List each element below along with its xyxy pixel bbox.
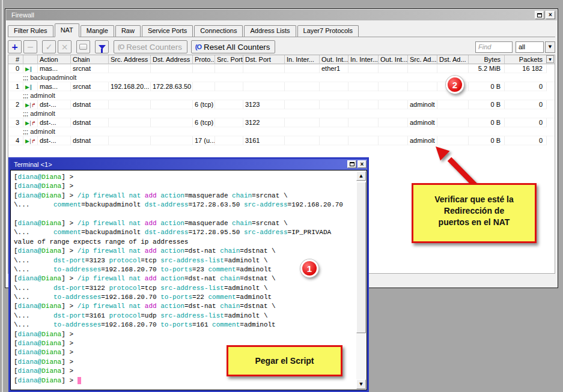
terminal-line: [diana@Diana] > /ip firewall nat add act…	[14, 302, 353, 311]
find-input[interactable]	[475, 41, 513, 53]
cell: 0	[505, 136, 547, 145]
cell: 0	[505, 118, 547, 127]
enable-button[interactable]: ✓	[42, 40, 56, 53]
tab-layer7-protocols[interactable]: Layer7 Protocols	[297, 25, 359, 37]
terminal-scrollbar[interactable]: ▲ ▼	[356, 171, 366, 389]
tab-connections[interactable]: Connections	[194, 25, 243, 37]
cell	[379, 82, 408, 91]
column-header-action[interactable]: Action	[38, 55, 71, 64]
filter-funnel-icon	[99, 45, 106, 49]
cell: dstnat	[71, 136, 109, 145]
terminal-maximize-button[interactable]	[347, 160, 356, 168]
column-header-bytes[interactable]: Bytes	[469, 55, 505, 64]
column-header-src-ad-[interactable]: Src. Ad...	[408, 55, 437, 64]
column-header-icon[interactable]	[23, 55, 38, 64]
close-icon: ×	[549, 10, 552, 20]
cell	[109, 118, 151, 127]
column-header-src-address[interactable]: Src. Address	[109, 55, 151, 64]
scroll-down-icon: ▼	[359, 382, 362, 387]
maximize-button[interactable]	[535, 11, 544, 19]
cell	[320, 118, 348, 127]
column-header-packets[interactable]: Packets	[505, 55, 547, 64]
cell	[151, 118, 193, 127]
column-header-chain[interactable]: Chain	[71, 55, 109, 64]
comment-button[interactable]	[76, 40, 90, 53]
scroll-down-button[interactable]: ▼	[356, 379, 366, 389]
cell: 2	[8, 100, 23, 109]
filter-button[interactable]	[95, 40, 109, 53]
cell: dst-...	[38, 100, 71, 109]
comment-row[interactable]: ;;; adminolt	[8, 127, 555, 136]
firewall-toolbar: +−✓× (O Reset Counters (O Reset All Coun…	[8, 39, 555, 55]
cell: 3122	[243, 118, 285, 127]
tab-raw[interactable]: Raw	[115, 25, 141, 37]
cell	[151, 100, 193, 109]
enable-icon: ✓	[46, 43, 53, 51]
terminal-line: \... dst-port=3161 protocol=udp src-addr…	[14, 312, 353, 321]
reset-counters-button[interactable]: (O Reset Counters	[114, 40, 187, 53]
remove-button[interactable]: −	[23, 40, 37, 53]
scrollbar-thumb[interactable]	[356, 182, 366, 333]
column-header-dst-address[interactable]: Dst. Address	[151, 55, 193, 64]
table-body: 0▶‖mas...srcnatether15.2 MiB16 182;;; ba…	[8, 64, 555, 145]
cell: mas...	[38, 64, 71, 73]
column-header-dst-port[interactable]: Dst. Port	[243, 55, 285, 64]
column-header-proto-[interactable]: Proto...	[193, 55, 215, 64]
column-header-in-inter-[interactable]: In. Inter...	[285, 55, 320, 64]
column-header-src-port[interactable]: Src. Port	[215, 55, 243, 64]
nat-rule-row[interactable]: 1▶‖mas...srcnat192.168.20...172.28.63.50…	[8, 82, 555, 91]
filter-scope-dropdown-button[interactable]: ▼	[545, 41, 555, 53]
nat-rule-row[interactable]: 3▶|↱dst-...dstnat6 (tcp)3122adminolt0 B0	[8, 118, 555, 127]
close-button[interactable]: ×	[546, 11, 555, 19]
add-button[interactable]: +	[8, 40, 22, 53]
cell	[109, 136, 151, 145]
disable-button[interactable]: ×	[58, 40, 72, 53]
tab-mangle[interactable]: Mangle	[81, 25, 114, 37]
tab-service-ports[interactable]: Service Ports	[142, 25, 193, 37]
terminal-close-button[interactable]: ×	[358, 160, 367, 168]
cell: 3123	[243, 100, 285, 109]
add-icon: +	[11, 43, 19, 51]
scroll-up-button[interactable]: ▲	[356, 171, 366, 181]
column-select-button[interactable]: ▼	[546, 55, 554, 63]
column-header-out-int-[interactable]: Out. Int...	[379, 55, 408, 64]
maximize-icon	[350, 162, 355, 166]
firewall-titlebar[interactable]: Firewall ×	[6, 10, 557, 20]
cell	[215, 136, 243, 145]
column-header-#[interactable]: #	[8, 55, 23, 64]
cell: 17 (u...	[193, 136, 215, 145]
tab-nat[interactable]: NAT	[55, 23, 79, 37]
reset-counters-icon: (O	[118, 43, 124, 50]
tab-address-lists[interactable]: Address Lists	[244, 25, 296, 37]
toolbar-icon-buttons: +−✓×	[8, 40, 114, 53]
filter-scope-select[interactable]: all	[516, 41, 544, 53]
cell: dstnat	[71, 100, 109, 109]
dstnat-action-icon: ▶|↱	[23, 100, 38, 109]
column-header-out-int-[interactable]: Out. Int...	[320, 55, 348, 64]
terminal-titlebar[interactable]: Terminal <1> ×	[10, 159, 367, 170]
comment-row[interactable]: ;;; adminolt	[8, 109, 555, 118]
cell	[348, 82, 379, 91]
nat-rule-row[interactable]: 0▶‖mas...srcnatether15.2 MiB16 182	[8, 64, 555, 73]
comment-row[interactable]: ;;; adminolt	[8, 91, 555, 100]
tab-filter-rules[interactable]: Filter Rules	[8, 25, 53, 37]
step-2-badge: 2	[446, 76, 464, 94]
column-header-in-inter-[interactable]: In. Inter...	[348, 55, 379, 64]
cell	[348, 136, 379, 145]
cell	[215, 100, 243, 109]
cell: 1	[8, 82, 23, 91]
column-header-dst-ad-[interactable]: Dst. Ad...	[437, 55, 469, 64]
scroll-up-icon: ▲	[359, 173, 362, 178]
reset-all-counters-button[interactable]: (O Reset All Counters	[191, 40, 276, 53]
step-1-badge: 1	[300, 259, 318, 277]
cell	[285, 82, 320, 91]
cell	[379, 136, 408, 145]
terminal-line: [diana@Diana] >	[14, 173, 353, 182]
desktop-background: Firewall × Filter RulesNATMangleRawServi…	[0, 0, 563, 392]
reset-all-counters-icon: (O	[195, 43, 201, 50]
nat-rule-row[interactable]: 2▶|↱dst-...dstnat6 (tcp)3123adminolt0 B0	[8, 100, 555, 109]
dstnat-action-icon: ▶|↱	[23, 118, 38, 127]
terminal-line: \... comment=backupadminolt dst-address=…	[14, 201, 353, 210]
cell: 16 182	[505, 64, 547, 73]
comment-row[interactable]: ;;; backupadminolt	[8, 73, 555, 82]
